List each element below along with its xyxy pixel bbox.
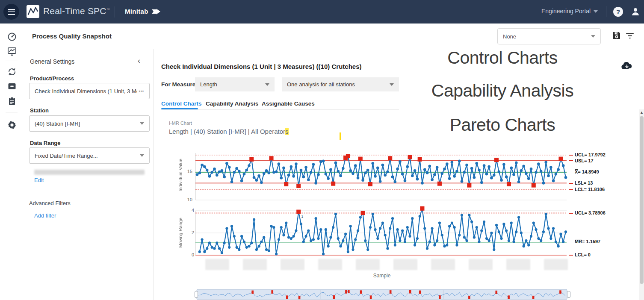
tab-assignable-causes[interactable]: Assignable Causes xyxy=(262,100,315,107)
text-cursor-highlight xyxy=(340,132,341,140)
lsl-line-tick xyxy=(569,183,573,184)
header-divider xyxy=(0,49,421,49)
data-range-label: Data Range xyxy=(30,140,61,146)
general-settings-heading: General Settings xyxy=(30,58,74,65)
station-label: Station xyxy=(30,107,49,114)
dashboard-gauge-icon[interactable] xyxy=(7,32,17,42)
redacted-x-tick xyxy=(431,259,455,270)
cloud-download-icon[interactable] xyxy=(621,62,633,72)
portal-selector[interactable]: Engineering Portal xyxy=(541,8,598,15)
lcl-line-tick xyxy=(569,189,573,190)
tab-control-charts[interactable]: Control Charts xyxy=(161,100,202,107)
monitor-chart-icon[interactable] xyxy=(7,46,17,56)
overlay-capability-analysis: Capability Analysis xyxy=(400,81,605,101)
page-title: Process Quality Snapshot xyxy=(32,32,112,40)
filter-icon[interactable] xyxy=(626,32,634,41)
rail-divider xyxy=(6,61,18,61)
usl-line-tick xyxy=(569,160,573,161)
chart-type-label: I-MR Chart xyxy=(169,121,192,126)
preset-select[interactable]: None xyxy=(497,28,601,44)
redacted-x-tick xyxy=(544,259,568,270)
mr-ucl-stat-label: UCL= 3.78906 xyxy=(575,210,606,215)
minitab-logo: Minitab xyxy=(125,8,160,15)
overlay-control-charts: Control Charts xyxy=(400,48,605,68)
icon-rail xyxy=(0,24,24,300)
archive-box-icon[interactable] xyxy=(7,81,17,91)
xbar-stat-label: X= 14.8949 xyxy=(575,169,599,174)
user-account-icon[interactable] xyxy=(631,7,640,18)
overlay-pareto-charts: Pareto Charts xyxy=(400,115,605,135)
lcl-stat-label: LCL= 11.8106 xyxy=(575,187,605,192)
redacted-date-range-text xyxy=(34,170,145,175)
edit-range-link[interactable]: Edit xyxy=(34,177,44,183)
redacted-x-tick xyxy=(205,259,229,270)
rail-divider xyxy=(6,112,18,112)
product-process-label: Product/Process xyxy=(30,75,74,82)
redacted-x-tick xyxy=(243,259,267,270)
moving-range-chart[interactable]: 1 xyxy=(194,209,570,258)
individual-y-axis-label: Individual Value xyxy=(178,150,183,200)
tabs-bottom-border xyxy=(161,109,399,110)
clipboard-icon[interactable] xyxy=(7,96,17,106)
save-icon[interactable] xyxy=(612,31,621,42)
tab-capability-analysis[interactable]: Capability Analysis xyxy=(206,100,258,107)
chevron-down-icon xyxy=(591,35,595,38)
settings-gear-icon[interactable] xyxy=(7,120,17,130)
redacted-x-tick xyxy=(469,259,493,270)
chevron-down-icon xyxy=(140,122,144,125)
highlighted-character: s xyxy=(285,128,289,135)
mr-lcl-line-tick xyxy=(569,255,573,256)
brand-trademark: ™ xyxy=(106,8,110,12)
for-measure-label: For Measure: xyxy=(161,81,198,88)
usl-stat-label: USL= 17 xyxy=(575,158,594,163)
y-tick: 4 xyxy=(185,208,194,213)
hamburger-menu-icon[interactable] xyxy=(3,4,19,20)
x-axis-label: Sample xyxy=(194,273,570,279)
data-range-select[interactable]: Fixed Date/Time Range... xyxy=(29,147,150,164)
navbar-divider xyxy=(115,6,115,18)
chart-navigator[interactable] xyxy=(197,289,569,300)
measure-value: Length xyxy=(200,81,217,88)
sidebar-divider xyxy=(153,49,154,300)
scrollbar-thumb[interactable] xyxy=(640,116,644,284)
svg-text:1: 1 xyxy=(301,215,303,219)
mr-lcl-stat-label: LCL= 0 xyxy=(575,252,591,257)
analysis-mode-select[interactable]: One analysis for all stations xyxy=(282,77,399,91)
collapse-panel-chevron[interactable]: ‹ xyxy=(138,56,140,65)
preset-select-value: None xyxy=(503,33,516,40)
help-icon[interactable]: ? xyxy=(613,7,623,17)
advanced-filters-label: Advanced Filters xyxy=(29,200,71,206)
moving-range-y-axis-label: Moving Range xyxy=(178,209,183,256)
y-tick: 0 xyxy=(185,252,194,257)
scrollbar-up-arrow[interactable]: ▲ xyxy=(639,109,644,115)
redacted-x-tick xyxy=(393,259,417,270)
y-tick: 15 xyxy=(183,169,192,174)
chevron-down-icon xyxy=(390,83,394,86)
product-process-input[interactable]: Check Individual Dimensions (1 Unit, 3 M… xyxy=(29,83,150,99)
spc-logo-icon xyxy=(27,5,39,18)
redacted-x-tick xyxy=(506,259,530,270)
station-select[interactable]: (40) Station [I-MR] xyxy=(29,115,150,132)
product-process-value: Check Individual Dimensions (1 Unit, 3 M… xyxy=(35,88,137,94)
measure-select[interactable]: Length xyxy=(195,77,275,91)
chart-subtitle: Length | (40) Station [I-MR] | All Opera… xyxy=(169,128,289,135)
redacted-x-tick xyxy=(318,259,342,270)
ucl-line-tick xyxy=(569,155,573,156)
y-tick: 2 xyxy=(185,230,194,235)
add-filter-link[interactable]: Add filter xyxy=(34,212,56,219)
analysis-title: Check Individual Dimensions (1 Unit | 3 … xyxy=(161,63,361,70)
individual-value-chart[interactable] xyxy=(194,150,570,203)
real-time-spc-app: Real-Time SPC™ Minitab Engineering Porta… xyxy=(0,0,644,300)
data-range-value: Fixed Date/Time Range... xyxy=(35,153,98,159)
chevron-down-icon xyxy=(594,10,598,13)
brand-title: Real-Time SPC™ xyxy=(43,6,110,16)
lsl-stat-label: LSL= 13 xyxy=(575,180,593,185)
chevron-down-icon xyxy=(265,83,269,86)
sync-icon[interactable] xyxy=(7,67,17,77)
ucl-stat-label: UCL= 17.9792 xyxy=(575,152,606,157)
mrbar-stat-label: MR= 1.1597 xyxy=(575,239,600,244)
navigator-left-handle[interactable] xyxy=(195,291,198,298)
product-menu-ellipsis-icon[interactable]: ⋯ xyxy=(139,88,144,94)
navigator-right-handle[interactable] xyxy=(567,291,570,298)
y-tick: 10 xyxy=(183,197,192,202)
